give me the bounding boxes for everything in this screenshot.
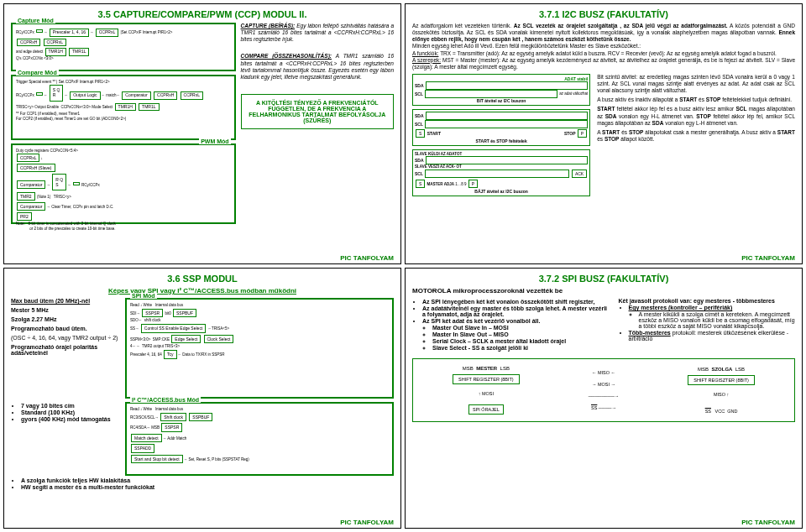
ccprxh-slave: CCPRxH (Slave) <box>17 164 55 172</box>
i2c-funk: A funckiók: TRX = Transmitter (adó): Az … <box>412 50 795 57</box>
mosi-wire: MOSI <box>598 382 610 387</box>
ssp-mode-line: Képes vagy SPI vagy I² C™/ACCESS.bus mód… <box>11 287 394 295</box>
trisc-oe: TRISC<y> Output Enable <box>16 105 59 109</box>
sdo: SDO <box>130 318 139 322</box>
bit0: bit0 <box>165 311 171 316</box>
sspsr: SSPSR <box>142 309 163 318</box>
i2c-para1: Az adatforgalom két vezetéken történik. … <box>412 23 795 43</box>
msb1: MSB <box>463 366 474 371</box>
i2c-b2: Standard (100 KHz) <box>21 409 120 415</box>
slave-baud: Szolga 2.27 MHz <box>11 316 120 322</box>
end-b2: HW segíti a mester és a multi-mester fun… <box>21 484 394 490</box>
trisc-y: TRISC<y> <box>54 195 71 199</box>
tmr1h: TMR1H <box>45 48 66 56</box>
pin-label: RCy/CCPx <box>16 30 34 34</box>
capture-enable: and edge detect <box>16 50 43 54</box>
prescaler-spi: Tcy <box>164 350 177 359</box>
prog-clock: Programozható órajel polaritás adás/véte… <box>11 344 120 356</box>
spi-sb1: Master Out Slave In – MOSI <box>432 325 609 331</box>
slide1-title: 3.5 CAPTURE/COMPARE/PWM (CCP) MODUL II. <box>11 9 394 19</box>
pwm-mode-label: PWM Mód <box>199 138 230 144</box>
footer-4: PIC TANFOLYAM <box>741 519 795 526</box>
output-logic: Output Logic <box>70 91 100 100</box>
lsb1: LSB <box>500 366 510 371</box>
data-txrx: TMR2 output <box>142 344 164 348</box>
tris3: Prescaler 4, 16, 64 <box>130 352 162 357</box>
spi-rb1: Egy mesteres (kontroller – perifériák) <box>629 305 733 310</box>
spi-sb2: Master In Slave Out – MISO <box>432 331 609 337</box>
comparator2: Comparator <box>17 180 45 189</box>
max-baud: Max baud ütem (20 MHz)-nél <box>11 298 90 304</box>
scl-label: SCL <box>415 91 423 96</box>
spi-mode-label: SPI Mód <box>130 293 157 299</box>
note1: (Note 1) <box>37 195 50 199</box>
master-note: (OSC ÷ 4, 16, 64, vagy TMR2 output ÷ 2) <box>11 335 120 341</box>
i2c-mode-label: I² C™/ACCESS.bus Mód <box>130 397 201 403</box>
i2c-para2: Minden egység lehet Adó ill Vevő. Ezen f… <box>412 43 795 50</box>
miso-s: MISO <box>714 392 725 397</box>
slide2-title: 3.7.1 I2C BUSZ (FAKULTATÍV) <box>412 9 795 19</box>
i2c-bullets: 7 vagy 10 bites cím Standard (100 KHz) g… <box>11 402 120 423</box>
addr-match: Addr Match <box>167 436 186 441</box>
i2c-b3: gyors (400 KHz) mód támogatás <box>21 416 120 422</box>
sda-label3: SDA <box>415 158 424 163</box>
qs: Q's <box>16 56 22 60</box>
slide4-title: 3.7.2 SPI BUSZ (FAKULTATÍV) <box>412 274 795 284</box>
mester-title: MESTER <box>476 366 497 371</box>
pin-label3: RCy/CCPx <box>81 183 100 187</box>
spi-read: Read <box>130 303 139 307</box>
slide-ssp: 3.6 SSP MODUL Képes vagy SPI vagy I² C™/… <box>3 268 401 529</box>
spi-rsub1: A mester kiküldi a szolga címét a kerete… <box>639 311 795 329</box>
pin-label2: RCy/CCPx <box>16 93 34 97</box>
spi-lb3: Az SPI két adat és két vezérlő vonalból … <box>422 318 609 324</box>
clear-timer: Clear Timer, CCPx pin and latch D.C. <box>51 205 113 209</box>
trigger-event: Trigger Special event ** <box>16 80 55 84</box>
match-detect: Match detect <box>131 434 162 443</box>
miso-wire: MISO <box>598 370 610 375</box>
szolga-title: SZOLGA <box>711 367 732 372</box>
ccprxl2: CCPRxL <box>181 91 203 100</box>
ss-wire: SS <box>591 405 597 410</box>
prescaler: Prescaler 1, 4, 16 <box>50 29 89 37</box>
set-ccpxif2: Set CCPxIF Interrupt PIR1<2> <box>59 80 110 84</box>
vcc: VCC <box>715 409 725 414</box>
ccprxh: CCPRxH <box>17 39 40 47</box>
smp-cke: SMP:CKE <box>153 337 170 342</box>
tmr2-out: TRIS<3> <box>165 344 180 348</box>
capture-mode-label: Capture Mód <box>16 18 55 23</box>
pwm-note: Note: 8-bit timer is concatenated with 2… <box>16 222 116 230</box>
ccprxl: CCPRxL <box>44 39 66 47</box>
mode-select: CCPxCONx<3:0> Mode Select <box>61 105 113 109</box>
spi-lb1: Az SPI lényegében két két vonalon összek… <box>422 299 609 305</box>
comparator3: Comparator <box>17 202 45 211</box>
spi-intro: MOTOROLA mikroprocesszoroknál vezették b… <box>412 287 795 295</box>
i2c-b1: 7 vagy 10 bites cím <box>21 403 120 409</box>
match: match <box>106 93 116 97</box>
end-bullets: A szolga funkciók teljes HW kialakítása … <box>11 477 394 490</box>
ack-label: ACK <box>572 170 587 178</box>
msb: MSB <box>151 425 160 430</box>
i2c-write: Write <box>144 407 152 411</box>
spi-sb4: Slave Select - SS a szolgát jelöli ki <box>432 345 609 351</box>
set-reset: Set, Reset S, P bits (SSPSTAT Reg) <box>188 457 249 462</box>
master-adja: MASTER ADJA <box>427 182 454 186</box>
footer-2: PIC TANFOLYAM <box>741 254 795 262</box>
stop-p: P <box>578 129 587 138</box>
footer-3: PIC TANFOLYAM <box>340 519 394 526</box>
slide-i2c-bus: 3.7.1 I2C BUSZ (FAKULTATÍV) Az adatforga… <box>405 3 803 264</box>
clock-select: Clock Select <box>204 335 234 344</box>
set-ccpxif: Set CCPxIF Interrupt PIR1<2> <box>122 30 173 34</box>
shift-reg-s: SHIFT REGISZTER (8BIT) <box>688 375 755 385</box>
sck: 4 <box>130 344 133 348</box>
ccprxl3: CCPRxL <box>17 154 39 162</box>
slide-ccp-module: 3.5 CAPTURE/COMPARE/PWM (CCP) MODUL II. … <box>3 3 401 264</box>
i2c-bus: Internal data bus <box>155 407 184 411</box>
tcy: Data to TX/RX in SSPSR <box>182 352 224 357</box>
prog-baud: Programozható baud ütem. <box>11 326 120 331</box>
i2c-read: Read <box>130 407 139 411</box>
compare-heading: COMPARE (ÖSSZEHASONLÍTÁS): <box>241 53 332 59</box>
rc3: RC3/SCK/SCL <box>130 415 155 420</box>
sdi: SDI <box>130 311 137 316</box>
shift-clk: shift clock <box>144 318 161 322</box>
msb2: MSB <box>698 367 709 372</box>
